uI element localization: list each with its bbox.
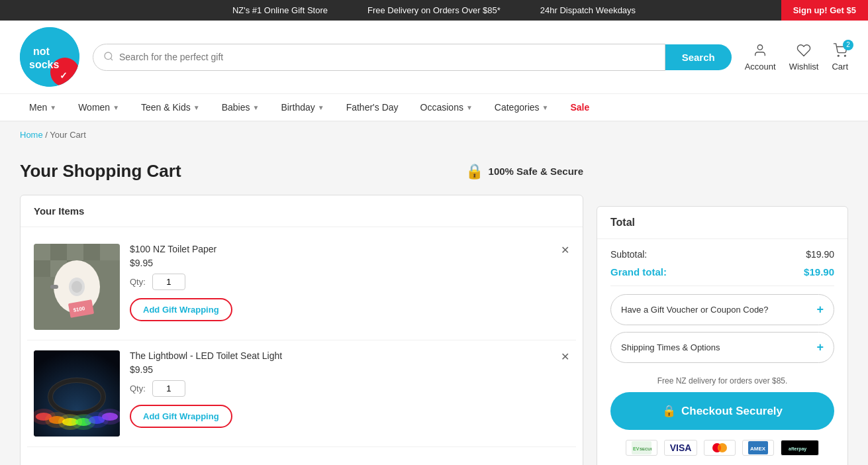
mastercard-icon [704,440,736,456]
cart-link[interactable]: 2 Cart [832,43,848,72]
svg-point-20 [72,281,82,293]
cart-item-price: $9.95 [130,258,569,268]
wishlist-icon [796,43,811,62]
chevron-down-icon: ▼ [542,104,549,111]
voucher-button[interactable]: Have a Gift Voucher or Coupon Code? + [610,294,834,325]
chevron-down-icon: ▼ [50,104,56,111]
grand-total-row: Grand total: $19.90 [610,266,834,278]
main-content: Your Shopping Cart 🔒 100% Safe & Secure … [0,148,868,465]
qty-label: Qty: [130,384,146,393]
lock-icon: 🔒 [662,404,676,418]
site-logo[interactable]: not socks ✓ [20,27,79,87]
cart-section-header: Your Items [21,195,583,227]
gift-wrap-button-2[interactable]: Add Gift Wrapping [130,405,232,428]
search-input[interactable] [119,52,655,62]
nav-item-babies[interactable]: Babies ▼ [213,94,269,121]
search-input-wrapper [93,44,665,71]
afterpay-icon: afterpay [781,440,819,456]
chevron-down-icon: ▼ [113,104,119,111]
breadcrumb-current: Your Cart [50,130,85,140]
cart-label: Cart [832,62,848,72]
nav-item-fathers-day[interactable]: Father's Day [337,94,408,121]
summary-section: Total Subtotal: $19.90 Grand total: $19.… [597,161,848,465]
subtotal-value: $19.90 [806,249,834,260]
subtotal-row: Subtotal: $19.90 [610,249,834,260]
nav-item-sale[interactable]: Sale [561,94,599,121]
summary-divider [610,285,834,286]
cart-item-details: The Lightbowl - LED Toilet Seat Light $9… [130,350,569,428]
svg-rect-13 [83,244,100,260]
svg-text:socks: socks [29,59,59,70]
logo-container[interactable]: not socks ✓ [20,27,79,87]
cart-item-price: $9.95 [130,364,569,375]
plus-icon: + [816,303,824,317]
cart-item-image-led-light [34,350,120,437]
account-icon [753,43,767,62]
svg-rect-11 [50,244,67,260]
payment-icons: EV SECURED VISA [610,440,834,462]
nav-item-birthday[interactable]: Birthday ▼ [271,94,333,121]
amex-icon: AMEX [742,440,774,456]
cart-item-name: $100 NZ Toilet Paper [130,244,569,254]
cart-item-details: $100 NZ Toilet Paper $9.95 Qty: Add Gift… [130,244,569,321]
shipping-button-label: Shipping Times & Options [621,342,720,352]
breadcrumb-home[interactable]: Home [20,130,43,140]
cart-section: Your Items [20,195,583,465]
account-link[interactable]: Account [745,43,776,72]
top-banner: NZ's #1 Online Gift Store Free Delivery … [0,0,868,21]
breadcrumb-separator: / [45,130,48,140]
voucher-button-label: Have a Gift Voucher or Coupon Code? [621,305,769,315]
summary-card: Total Subtotal: $19.90 Grand total: $19.… [597,206,848,465]
site-header: not socks ✓ Search Account [0,21,868,94]
secured-icon: EV SECURED [626,440,657,456]
page-title: Your Shopping Cart [20,161,181,181]
svg-rect-12 [67,244,83,260]
wishlist-link[interactable]: Wishlist [789,43,819,72]
nav-item-categories[interactable]: Categories ▼ [485,94,558,121]
remove-item-button-2[interactable]: ✕ [561,350,569,363]
nav-item-women[interactable]: Women ▼ [69,94,128,121]
banner-item-2: Free Delivery on Orders Over $85* [367,5,501,15]
account-label: Account [745,62,776,72]
search-icon [103,51,114,64]
svg-text:EV: EV [633,446,640,451]
qty-input-2[interactable] [152,380,185,397]
grand-total-label: Grand total: [610,266,667,278]
svg-point-8 [844,55,845,56]
subtotal-label: Subtotal: [610,249,647,260]
nav-item-occasions[interactable]: Occasions ▼ [411,94,482,121]
cart-item-image-toilet-paper: $100 [34,244,120,330]
gift-wrap-button-1[interactable]: Add Gift Wrapping [130,298,232,321]
nav-item-men[interactable]: Men ▼ [20,94,66,121]
plus-icon: + [816,340,824,354]
svg-text:✓: ✓ [60,70,68,81]
cart-item-qty-row: Qty: [130,274,569,290]
svg-rect-15 [34,260,50,277]
remove-item-button-1[interactable]: ✕ [561,244,569,256]
nav-item-teen-kids[interactable]: Teen & Kids ▼ [132,94,209,121]
cart-item-name: The Lightbowl - LED Toilet Seat Light [130,350,569,361]
signup-button[interactable]: Sign up! Get $5 [781,0,868,21]
qty-input-1[interactable] [152,274,185,290]
search-button[interactable]: Search [665,44,732,70]
svg-text:afterpay: afterpay [789,446,806,452]
checkout-button[interactable]: 🔒 Checkout Securely [610,392,834,430]
cart-icon: 2 [833,43,847,62]
qty-label: Qty: [130,277,146,287]
secure-badge: 🔒 100% Safe & Secure [465,163,583,180]
shipping-button[interactable]: Shipping Times & Options + [610,332,834,363]
visa-icon: VISA [664,440,698,456]
svg-text:SECURED: SECURED [640,447,651,451]
summary-body: Subtotal: $19.90 Grand total: $19.90 Hav… [597,239,847,465]
svg-point-6 [757,44,762,49]
checkout-button-label: Checkout Securely [681,405,783,418]
cart-items: $100 $100 NZ Toilet Paper $9.95 Qty: Add… [21,227,583,454]
chevron-down-icon: ▼ [466,104,473,111]
chevron-down-icon: ▼ [193,104,200,111]
cart-item: $100 $100 NZ Toilet Paper $9.95 Qty: Add… [27,234,576,340]
svg-text:not: not [33,46,50,57]
chevron-down-icon: ▼ [318,104,324,111]
lock-icon: 🔒 [465,163,483,180]
svg-text:AMEX: AMEX [750,446,766,452]
svg-rect-10 [34,244,50,260]
